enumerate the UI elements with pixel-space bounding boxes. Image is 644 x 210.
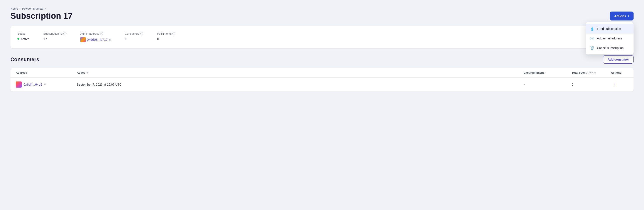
cancel-subscription-label: Cancel subscription xyxy=(597,46,624,50)
consumers-section-title: Consumers xyxy=(10,56,39,62)
consumers-label: Consumers i xyxy=(125,32,143,35)
consumers-section-header: Consumers Add consumer xyxy=(10,55,634,64)
add-email-item[interactable]: ✉️ Add email address xyxy=(586,34,634,43)
row-actions-button[interactable]: ⋮ xyxy=(611,81,619,88)
th-actions: Actions xyxy=(611,71,628,74)
subscription-id-info-icon[interactable]: i xyxy=(64,32,66,35)
breadcrumb-network[interactable]: Polygon Mumbai xyxy=(22,7,43,10)
th-last-fulfillment[interactable]: Last fulfillment ↓ xyxy=(524,71,572,74)
admin-address-avatar xyxy=(80,37,86,42)
breadcrumb: Home / Polygon Mumbai / xyxy=(10,7,634,10)
table-row: 0x8dff...64d9 ⧉ September 7, 2023 at 15:… xyxy=(10,78,634,92)
actions-button[interactable]: Actions ▾ xyxy=(610,12,634,20)
subscription-id-value: 17 xyxy=(43,37,66,41)
td-actions: ⋮ xyxy=(611,81,628,88)
total-spent-sort-icon: ⇅ xyxy=(594,72,596,74)
page-title: Subscription 17 xyxy=(10,12,72,21)
consumers-value: 1 xyxy=(125,37,143,41)
td-address: 0x8dff...64d9 ⧉ xyxy=(16,82,77,88)
row-address-link[interactable]: 0x8dff...64d9 xyxy=(24,82,42,86)
row-avatar xyxy=(16,82,22,88)
fulfillments-field: Fulfillments i 0 xyxy=(157,32,176,41)
fulfillments-label: Fulfillments i xyxy=(157,32,176,35)
email-icon: ✉️ xyxy=(590,36,594,40)
chevron-down-icon: ▾ xyxy=(628,14,629,18)
link-badge: LINK xyxy=(587,71,593,74)
status-label: Status xyxy=(18,32,30,35)
last-fulfillment-sort-icon: ↓ xyxy=(545,72,546,74)
info-card: Status Active Subscription ID i 17 Admin… xyxy=(10,26,634,48)
th-total-spent[interactable]: Total spent LINK ⇅ xyxy=(572,71,611,74)
consumers-info-icon[interactable]: i xyxy=(140,32,143,35)
cancel-subscription-item[interactable]: 🗑️ Cancel subscription xyxy=(586,43,634,53)
actions-wrapper: Actions ▾ 💧 Fund subscription ✉️ Add ema… xyxy=(610,12,634,20)
consumers-table: Address Added ⇅ Last fulfillment ↓ Total… xyxy=(10,68,634,92)
status-field: Status Active xyxy=(18,32,30,41)
th-address: Address xyxy=(16,71,77,74)
td-last-fulfillment: - xyxy=(524,83,572,86)
fund-icon: 💧 xyxy=(590,26,594,31)
admin-address-copy-icon[interactable]: ⧉ xyxy=(109,38,111,42)
admin-address-link[interactable]: 0x9d08...b717 xyxy=(87,38,108,42)
fund-subscription-label: Fund subscription xyxy=(597,27,621,30)
add-consumer-button[interactable]: Add consumer xyxy=(603,55,634,64)
fund-subscription-item[interactable]: 💧 Fund subscription xyxy=(586,24,634,34)
row-copy-icon[interactable]: ⧉ xyxy=(44,83,46,86)
fulfillments-value: 0 xyxy=(157,37,176,41)
breadcrumb-home[interactable]: Home xyxy=(10,7,18,10)
td-total-spent: 0 xyxy=(572,83,611,86)
consumers-field: Consumers i 1 xyxy=(125,32,143,41)
trash-icon: 🗑️ xyxy=(590,46,594,50)
subscription-id-label: Subscription ID i xyxy=(43,32,66,35)
status-value: Active xyxy=(18,37,30,41)
admin-address-field: Admin address i 0x9d08...b717 ⧉ xyxy=(80,32,111,42)
subscription-id-field: Subscription ID i 17 xyxy=(43,32,66,41)
status-dot xyxy=(18,38,19,40)
table-header: Address Added ⇅ Last fulfillment ↓ Total… xyxy=(10,68,634,78)
add-email-label: Add email address xyxy=(597,36,622,40)
fulfillments-info-icon[interactable]: i xyxy=(172,32,176,35)
admin-address-label: Admin address i xyxy=(80,32,111,35)
actions-dropdown: 💧 Fund subscription ✉️ Add email address… xyxy=(586,22,634,54)
added-sort-icon: ⇅ xyxy=(86,72,88,74)
admin-address-info-icon[interactable]: i xyxy=(100,32,103,35)
page-header: Subscription 17 Actions ▾ 💧 Fund subscri… xyxy=(10,12,634,21)
td-added: September 7, 2023 at 15:07 UTC xyxy=(77,83,524,86)
admin-address-value: 0x9d08...b717 ⧉ xyxy=(80,37,111,42)
th-added[interactable]: Added ⇅ xyxy=(77,71,524,74)
